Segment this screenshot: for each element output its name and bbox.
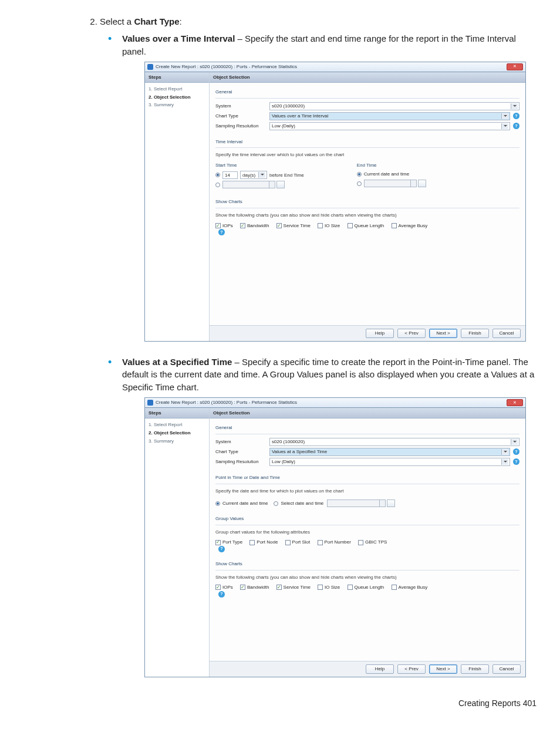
- pit-now-label: Current date and time: [222, 500, 268, 507]
- sampling-label: Sampling Resolution: [215, 458, 269, 465]
- step-prefix: Select a: [100, 16, 134, 26]
- pit-subtitle: Specify the date and time for which to p…: [215, 488, 519, 498]
- bullet1-title: Values over a Time Interval: [122, 33, 235, 43]
- finish-button[interactable]: Finish: [461, 664, 489, 674]
- end-now-label: Current date and time: [364, 171, 409, 178]
- chk-port-type[interactable]: [215, 540, 221, 545]
- step-1[interactable]: 1. Select Report: [149, 85, 205, 93]
- charttype-label: Chart Type: [215, 113, 269, 120]
- bullet-values-specified: Values at a Specified Time – Specify a s…: [122, 356, 537, 677]
- chevron-down-icon: [501, 113, 508, 119]
- spinner-icon: [411, 180, 417, 187]
- pit-now-radio[interactable]: [215, 501, 220, 506]
- chk-port-slot[interactable]: [285, 540, 291, 545]
- object-selection-header: Object Selection: [210, 408, 525, 419]
- help-icon[interactable]: ?: [218, 229, 225, 235]
- spinner-icon: [380, 499, 386, 507]
- chk-bandwidth[interactable]: [240, 223, 245, 228]
- finish-button[interactable]: Finish: [461, 329, 489, 338]
- prev-button[interactable]: < Prev: [397, 664, 426, 674]
- step-line: Select a Chart Type: Values over a Time …: [100, 16, 537, 677]
- start-suffix: before End Time: [269, 172, 304, 179]
- end-time-heading: End Time: [357, 162, 426, 169]
- chk-port-node[interactable]: [249, 540, 255, 545]
- step-1[interactable]: 1. Select Report: [149, 421, 205, 429]
- time-interval-heading: Time Interval: [215, 136, 519, 148]
- spinner-icon: [269, 181, 275, 188]
- chk-port-number[interactable]: [318, 540, 323, 545]
- step-3[interactable]: 3. Summary: [149, 437, 205, 445]
- system-label: System: [215, 438, 269, 445]
- pit-select-label: Select date and time: [281, 500, 323, 507]
- group-values-checks: Port Type Port Node Port Slot Port Numbe…: [215, 539, 519, 552]
- show-charts-subtitle: Show the following charts (you can also …: [215, 574, 519, 585]
- titlebar: Create New Report : s020 (1000020) : Por…: [145, 62, 525, 72]
- help-icon[interactable]: ?: [513, 123, 519, 129]
- start-absolute-radio[interactable]: [215, 183, 220, 187]
- dialog-specified-time: Create New Report : s020 (1000020) : Por…: [144, 397, 526, 677]
- step-bold: Chart Type: [134, 16, 179, 26]
- charttype-select[interactable]: Values over a Time Interval: [269, 112, 510, 120]
- start-relative-radio[interactable]: [215, 173, 220, 177]
- start-unit-select[interactable]: day(s): [240, 171, 267, 179]
- prev-button[interactable]: < Prev: [397, 329, 426, 338]
- cancel-button[interactable]: Cancel: [492, 664, 521, 674]
- chevron-down-icon: [258, 172, 265, 178]
- help-icon[interactable]: ?: [513, 458, 519, 465]
- end-now-radio[interactable]: [357, 172, 362, 177]
- chevron-down-icon: [501, 449, 508, 455]
- chk-service-time[interactable]: [276, 585, 282, 590]
- end-date-input: [364, 180, 411, 187]
- chevron-down-icon: [511, 103, 518, 109]
- time-interval-subtitle: Specify the time interval over which to …: [215, 151, 519, 162]
- chk-gbic-tps[interactable]: [358, 540, 363, 545]
- help-button[interactable]: Help: [366, 664, 394, 674]
- chk-queue-length[interactable]: [348, 223, 353, 228]
- start-time-heading: Start Time: [215, 162, 304, 169]
- steps-header: Steps: [145, 72, 209, 83]
- step-3[interactable]: 3. Summary: [149, 101, 205, 109]
- dialog-time-interval: Create New Report : s020 (1000020) : Por…: [144, 62, 526, 342]
- chk-bandwidth[interactable]: [240, 585, 245, 590]
- step-suffix: :: [180, 16, 182, 26]
- pit-select-radio[interactable]: [274, 501, 278, 506]
- chevron-down-icon: [501, 459, 508, 465]
- chk-iops[interactable]: [215, 585, 221, 590]
- app-icon: [147, 400, 153, 406]
- help-button[interactable]: Help: [366, 329, 394, 338]
- chk-average-busy[interactable]: [392, 585, 397, 590]
- step-2[interactable]: 2. Object Selection: [149, 429, 205, 437]
- system-select[interactable]: s020 (1000020): [269, 102, 519, 110]
- pit-date-input: [327, 499, 380, 507]
- general-heading: General: [215, 422, 519, 434]
- close-icon[interactable]: ✕: [507, 399, 523, 406]
- calendar-icon: [387, 499, 395, 507]
- next-button[interactable]: Next >: [429, 664, 457, 674]
- show-charts-checks: IOPs Bandwidth Service Time IO Size Queu…: [215, 584, 519, 598]
- help-icon[interactable]: ?: [218, 591, 225, 598]
- show-charts-heading: Show Charts: [215, 558, 519, 571]
- sampling-select[interactable]: Low (Daily): [269, 122, 510, 130]
- next-button[interactable]: Next >: [429, 329, 457, 338]
- help-icon[interactable]: ?: [513, 113, 519, 119]
- cancel-button[interactable]: Cancel: [492, 329, 521, 338]
- chk-io-size[interactable]: [318, 223, 323, 228]
- charttype-select[interactable]: Values at a Specified Time: [269, 448, 510, 456]
- sampling-select[interactable]: Low (Daily): [269, 458, 510, 466]
- step-2[interactable]: 2. Object Selection: [149, 93, 205, 102]
- end-absolute-radio[interactable]: [357, 181, 362, 186]
- chk-iops[interactable]: [215, 223, 221, 228]
- start-value-input[interactable]: 14: [222, 171, 238, 179]
- chk-io-size[interactable]: [318, 585, 323, 590]
- chk-average-busy[interactable]: [392, 223, 397, 228]
- help-icon[interactable]: ?: [218, 546, 225, 552]
- sampling-label: Sampling Resolution: [215, 123, 269, 130]
- help-icon[interactable]: ?: [513, 448, 519, 455]
- close-icon[interactable]: ✕: [507, 63, 523, 70]
- titlebar: Create New Report : s020 (1000020) : Por…: [145, 398, 525, 408]
- system-select[interactable]: s020 (1000020): [269, 438, 519, 446]
- calendar-icon: [276, 181, 285, 188]
- chk-service-time[interactable]: [276, 223, 282, 228]
- charttype-label: Chart Type: [215, 448, 269, 455]
- chk-queue-length[interactable]: [348, 585, 353, 590]
